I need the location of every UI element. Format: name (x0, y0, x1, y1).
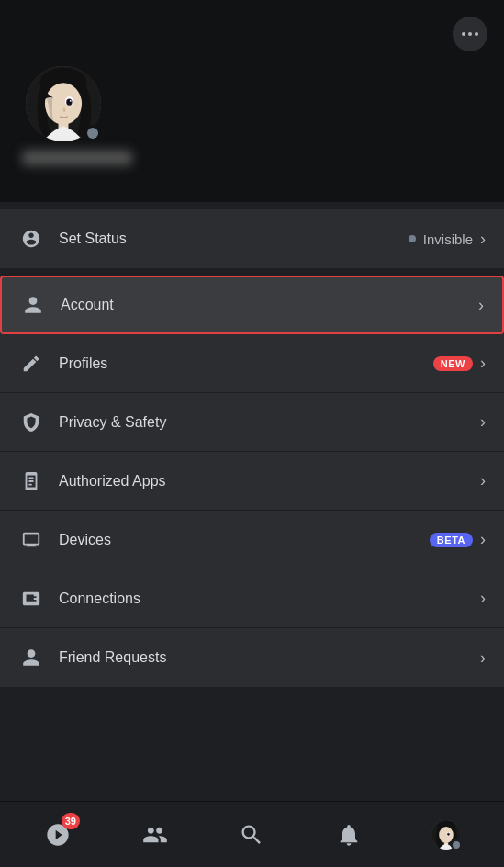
search-icon (239, 822, 264, 848)
connections-label: Connections (59, 591, 480, 607)
settings-menu: Account › Profiles NEW › Privacy & Safet… (0, 276, 504, 687)
svg-point-7 (70, 100, 72, 102)
nav-avatar-wrapper (431, 820, 461, 850)
chevron-right-icon: › (480, 589, 486, 608)
set-status-section: Set Status Invisible › (0, 209, 504, 268)
section-divider-2 (0, 268, 504, 276)
friend-requests-icon (18, 645, 44, 670)
avatar-wrapper (22, 62, 105, 145)
set-status-item[interactable]: Set Status Invisible › (0, 209, 504, 268)
bottom-navigation: 39 (0, 801, 504, 867)
svg-rect-9 (28, 477, 34, 479)
avatar-area (22, 62, 132, 165)
svg-point-19 (449, 833, 450, 834)
chevron-right-icon: › (478, 296, 484, 315)
connections-right: › (480, 589, 486, 608)
new-badge: NEW (433, 356, 473, 371)
nav-status-dot (451, 839, 462, 850)
status-text: Invisible (423, 231, 473, 247)
chevron-right-icon: › (480, 530, 486, 549)
username-blurred (22, 151, 132, 165)
authorized-apps-item[interactable]: Authorized Apps › (0, 452, 504, 511)
privacy-label: Privacy & Safety (59, 414, 480, 431)
set-status-icon (18, 226, 44, 252)
friend-requests-right: › (480, 648, 486, 668)
profiles-label: Profiles (59, 355, 433, 372)
account-right: › (478, 296, 484, 315)
devices-icon (18, 527, 44, 553)
connections-item[interactable]: Connections › (0, 569, 504, 628)
nav-notifications[interactable] (323, 809, 375, 861)
more-button[interactable] (453, 17, 487, 51)
status-dot (87, 128, 98, 139)
set-status-label: Set Status (59, 231, 409, 247)
chevron-right-icon: › (480, 412, 486, 432)
privacy-safety-item[interactable]: Privacy & Safety › (0, 393, 504, 452)
svg-rect-11 (28, 483, 32, 485)
chevron-right-icon: › (480, 230, 486, 249)
svg-point-15 (439, 827, 454, 843)
account-icon (20, 292, 46, 318)
nav-home[interactable]: 39 (32, 809, 84, 861)
authorized-apps-right: › (480, 471, 486, 490)
svg-rect-10 (28, 480, 34, 482)
profiles-right: NEW › (433, 354, 486, 373)
nav-profile[interactable] (420, 809, 472, 861)
nav-friends[interactable] (129, 809, 181, 861)
privacy-right: › (480, 412, 486, 432)
chevron-right-icon: › (480, 648, 486, 668)
set-status-right: Invisible › (409, 230, 486, 249)
account-item[interactable]: Account › (0, 276, 504, 334)
section-divider-1 (0, 202, 504, 209)
status-indicator (84, 125, 101, 141)
profiles-item[interactable]: Profiles NEW › (0, 334, 504, 393)
apps-icon (18, 468, 44, 494)
chevron-right-icon: › (480, 471, 486, 490)
connections-icon (18, 586, 44, 612)
account-label: Account (61, 297, 478, 313)
invisible-dot (409, 235, 416, 242)
devices-right: BETA › (430, 530, 486, 549)
home-badge: 39 (62, 813, 80, 829)
friend-requests-label: Friend Requests (59, 649, 480, 666)
more-dots-icon (462, 32, 478, 36)
beta-badge: BETA (430, 533, 473, 547)
devices-item[interactable]: Devices BETA › (0, 511, 504, 569)
authorized-apps-label: Authorized Apps (59, 473, 480, 490)
nav-search[interactable] (226, 809, 277, 861)
profile-banner (0, 0, 504, 202)
devices-label: Devices (59, 532, 430, 548)
friends-icon (142, 822, 168, 848)
friend-requests-item[interactable]: Friend Requests › (0, 628, 504, 687)
profiles-icon (18, 351, 44, 377)
chevron-right-icon: › (480, 354, 486, 373)
bell-icon (336, 822, 362, 848)
privacy-icon (18, 410, 44, 435)
